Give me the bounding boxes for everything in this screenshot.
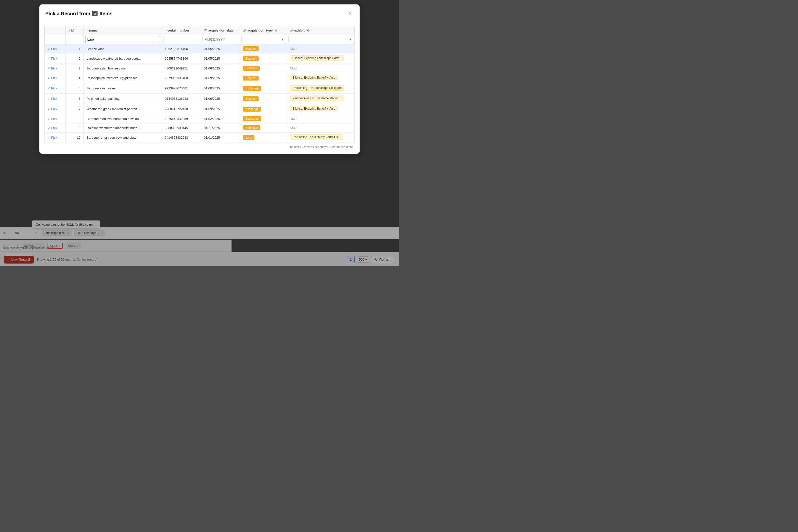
exhibit-badge: Reclaiming The Landscape Sculpture [290, 85, 344, 91]
exhibit-cell: NULL [287, 114, 355, 124]
type-badge: Bequest [243, 76, 259, 80]
type-cell: Exchange [240, 83, 287, 94]
filter-cell-type[interactable] [240, 35, 287, 44]
type-badge: Bequest [243, 46, 259, 51]
col-header-actions [44, 26, 65, 35]
pick-cell[interactable]: ✓ Pick [44, 83, 65, 94]
type-cell: Bequest [240, 73, 287, 83]
filter-cell-id[interactable] [65, 35, 83, 44]
pick-button[interactable]: ✓ Pick [48, 97, 57, 100]
exhibit-cell: NULL [287, 64, 355, 73]
exhibit-cell: Silence: Exploring Butterfly Vase [287, 73, 355, 83]
id-cell: 9 [65, 124, 83, 133]
pick-button[interactable]: ✓ Pick [48, 136, 57, 139]
table-row: ✓ Pick1Bronze vase186219331440601/05/202… [44, 44, 355, 54]
filter-date-input[interactable] [203, 36, 239, 43]
date-cell: 01/06/2025 [201, 64, 240, 73]
date-cell: 01/01/2025 [201, 133, 240, 143]
type-badge: Loan [243, 135, 254, 140]
table-row: ✓ Pick4Philosophical medieval egyptian m… [44, 73, 355, 83]
null-value: NULL [290, 47, 298, 51]
date-cell: 01/09/2025 [201, 73, 240, 83]
pick-cell[interactable]: ✓ Pick [44, 44, 65, 54]
null-value: NULL [290, 67, 298, 70]
pick-button[interactable]: ✓ Pick [48, 57, 57, 60]
pick-button[interactable]: ✓ Pick [48, 126, 57, 130]
date-cell: 01/05/2025 [201, 44, 240, 54]
pick-button[interactable]: ✓ Pick [48, 47, 57, 51]
serial-cell: 1862193314406 [162, 44, 201, 54]
type-badge: Donation [243, 66, 260, 71]
type-cell: Donation [240, 64, 287, 73]
filter-exhibit-select[interactable] [288, 36, 353, 43]
null-value: NULL [290, 117, 298, 121]
type-cell: Bequest [240, 44, 287, 54]
name-cell: Bronze vase [83, 44, 162, 54]
col-header-exhibit: 🔗exhibit_id [287, 26, 355, 35]
type-cell: Loan [240, 133, 287, 143]
pick-record-modal: Pick a Record from ⊞ Items × #id ≡name [39, 4, 360, 154]
modal-header: Pick a Record from ⊞ Items × [39, 4, 360, 22]
table-filter-row [44, 35, 355, 44]
exhibit-cell: Silence: Exploring Butterfly Vase [287, 104, 355, 114]
filter-cell-exhibit[interactable] [287, 35, 355, 44]
table-row: ✓ Pick9Isolation weathered modernist but… [44, 124, 355, 133]
modal-overlay: Pick a Record from ⊞ Items × #id ≡name [0, 0, 399, 266]
type-badge: Exchange [243, 86, 261, 91]
table-row: ✓ Pick2Landscape weathered baroque portr… [44, 54, 355, 64]
pick-cell[interactable]: ✓ Pick [44, 64, 65, 73]
pick-cell[interactable]: ✓ Pick [44, 114, 65, 124]
name-cell: Isolation weathered modernist butte... [83, 124, 162, 133]
pick-cell[interactable]: ✓ Pick [44, 104, 65, 114]
exhibit-badge: Perspectives On The Home Manus... [290, 96, 344, 101]
type-cell: Bequest [240, 94, 287, 104]
serial-cell: 4800379049251 [162, 64, 201, 73]
table-row: ✓ Pick10Baroque roman pen bowl and plate… [44, 133, 355, 143]
exhibit-cell: Reclaiming The Landscape Sculpture [287, 83, 355, 94]
pick-button[interactable]: ✓ Pick [48, 87, 57, 90]
pick-cell[interactable]: ✓ Pick [44, 94, 65, 104]
type-badge: Bequest [243, 56, 259, 61]
pick-cell[interactable]: ✓ Pick [44, 133, 65, 143]
pick-button[interactable]: ✓ Pick [48, 66, 57, 70]
items-table: #id ≡name ≡serial_number 📅acquisition_da… [44, 26, 355, 143]
date-cell: 01/11/2025 [201, 124, 240, 133]
name-cell: Baroque medieval european bowl an... [83, 114, 162, 124]
exhibit-cell: Perspectives On The Home Manus... [287, 94, 355, 104]
filter-cell-serial[interactable] [162, 35, 201, 44]
id-cell: 10 [65, 133, 83, 143]
name-cell: Weathered greek modernist portrait ... [83, 104, 162, 114]
pick-button[interactable]: ✓ Pick [48, 117, 57, 121]
modal-title: Pick a Record from ⊞ Items [45, 11, 113, 17]
exhibit-cell: NULL [287, 124, 355, 133]
date-cell: 01/09/2025 [201, 104, 240, 114]
filter-name-input[interactable] [85, 36, 160, 43]
serial-cell: 9535874743896 [162, 54, 201, 64]
id-cell: 5 [65, 83, 83, 94]
filter-cell-name[interactable] [83, 35, 162, 44]
date-cell: 01/05/2025 [201, 54, 240, 64]
close-modal-button[interactable]: × [346, 10, 354, 18]
date-cell: 01/06/2025 [201, 94, 240, 104]
pick-cell[interactable]: ✓ Pick [44, 124, 65, 133]
name-cell: Baroque asian bronze vase [83, 64, 162, 73]
filter-note: The first 10 records are shown. Filter t… [44, 143, 355, 150]
pick-cell[interactable]: ✓ Pick [44, 54, 65, 64]
serial-cell: 9933923670481 [162, 83, 201, 94]
type-badge: Exchange [243, 116, 261, 121]
table-header-row: #id ≡name ≡serial_number 📅acquisition_da… [44, 26, 355, 35]
serial-cell: 2275542342859 [162, 114, 201, 124]
filter-type-select[interactable] [241, 36, 285, 43]
name-cell: Philosophical medieval egyptian ma... [83, 73, 162, 83]
hash-icon: # [69, 29, 70, 32]
id-cell: 4 [65, 73, 83, 83]
filter-id-input[interactable] [67, 36, 82, 43]
exhibit-badge: Reclaiming The Butterfly Portrait S... [290, 134, 343, 140]
col-header-name: ≡name [83, 26, 162, 35]
link-icon-1: 🔗 [243, 29, 246, 32]
pick-cell[interactable]: ✓ Pick [44, 73, 65, 83]
pick-button[interactable]: ✓ Pick [48, 107, 57, 111]
filter-cell-date[interactable] [201, 35, 240, 44]
pick-button[interactable]: ✓ Pick [48, 76, 57, 80]
filter-serial-input[interactable] [163, 36, 199, 43]
